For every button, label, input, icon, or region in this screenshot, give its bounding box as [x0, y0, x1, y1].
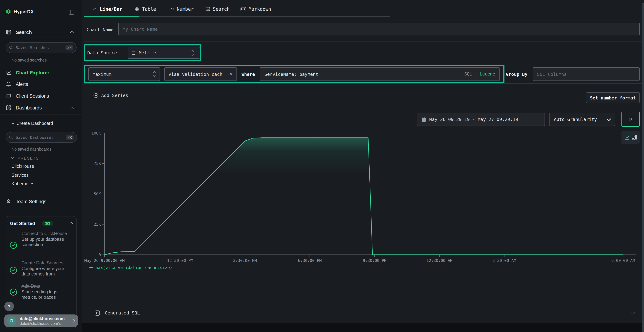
step-title: Add Data	[22, 283, 73, 289]
data-source-select[interactable]: Metrics	[128, 47, 200, 59]
date-range-value: May 26 09:29:19 - May 27 09:29:19	[429, 117, 518, 122]
get-started-item[interactable]: Add Data Start sending logs, metrics, or…	[22, 283, 73, 300]
sidebar-item-chart-explorer[interactable]: Chart Explorer	[0, 67, 82, 78]
chevron-down-icon	[630, 310, 635, 314]
svg-text:9:00:00 AM: 9:00:00 AM	[611, 258, 635, 263]
sidebar-item-dashboards-label: Dashboards	[16, 105, 42, 110]
collapse-sidebar-icon[interactable]	[69, 9, 74, 15]
add-series-button[interactable]: Add Series	[94, 93, 128, 98]
tab-label: Line/Bar	[100, 6, 122, 12]
set-number-format-label: Set number format	[590, 95, 636, 100]
granularity-value: Auto Granularity	[554, 117, 597, 122]
get-started-card: Get Started 3/3 Connect to ClickHouse Se…	[6, 216, 76, 328]
tab-search[interactable]: Search	[205, 4, 230, 14]
sidebar-item-alerts[interactable]: Alerts	[0, 79, 82, 90]
vertical-scrollbar[interactable]	[642, 3, 644, 332]
active-tab-indicator	[84, 16, 139, 17]
database-icon	[131, 50, 136, 55]
svg-text:12:30:00 PM: 12:30:00 PM	[167, 258, 193, 263]
tab-markdown[interactable]: Markdown	[240, 4, 271, 14]
metric-tag-value: visa_validation_cach	[168, 71, 222, 77]
get-started-item[interactable]: Create Data Sources Configure where your…	[22, 260, 73, 277]
chevron-up-icon	[70, 31, 74, 35]
divider	[84, 83, 642, 84]
user-menu[interactable]: D dale@clickhouse.com dale@clickhouse.co…	[4, 314, 78, 327]
app-title[interactable]: HyperDX	[14, 9, 34, 14]
svg-text:0: 0	[98, 252, 101, 257]
preset-kubernetes[interactable]: Kubernetes	[12, 182, 34, 186]
add-series-label: Add Series	[101, 93, 128, 98]
step-subtitle: Configure where your data comes from	[22, 266, 73, 277]
code-icon	[94, 310, 100, 316]
sidebar-section-search-label: Search	[16, 30, 32, 35]
aggregation-value: Maximum	[93, 71, 112, 77]
team-settings-label: Team Settings	[16, 199, 46, 204]
tab-line-bar[interactable]: Line/Bar	[92, 4, 122, 14]
tab-label: Table	[142, 6, 156, 12]
presets-toggle[interactable]: PRESETS	[0, 154, 82, 162]
where-input[interactable]: ServiceName: payment SQL | Lucene	[260, 67, 500, 81]
sidebar-item-client-sessions[interactable]: Client Sessions	[0, 90, 82, 101]
sidebar-item-chart-explorer-label: Chart Explorer	[16, 70, 49, 75]
chart-name-input[interactable]: My Chart Name	[118, 23, 640, 36]
svg-text:75K: 75K	[94, 161, 101, 166]
sidebar-item-team-settings[interactable]: ⚙ Team Settings	[0, 196, 82, 207]
close-icon[interactable]: ×	[230, 71, 232, 77]
step-title: Connect to ClickHouse	[22, 231, 73, 237]
page-background	[82, 323, 644, 332]
chart-type-tabbar: Line/Bar Table 123 Number Search Markdow…	[82, 0, 644, 18]
set-number-format-button[interactable]: Set number format	[586, 92, 640, 103]
user-email: dale@clickhouse.com	[20, 316, 72, 321]
lucene-mode-toggle[interactable]: Lucene	[480, 72, 495, 76]
divider	[84, 64, 642, 64]
divider	[84, 41, 642, 42]
check-circle-icon	[10, 266, 17, 274]
saved-dashboards-input[interactable]: Saved Dashboards ⌘K	[6, 132, 77, 143]
no-saved-dashboards-note: No saved dashboards	[12, 147, 52, 151]
chart-explorer-icon	[6, 70, 12, 76]
chevron-up-icon	[70, 106, 74, 110]
line-chart-icon	[92, 6, 97, 12]
group-by-placeholder: SQL Columns	[537, 71, 567, 77]
timeseries-chart[interactable]: 025K50K75K100KMay 26 9:00:00 AM12:30:00 …	[82, 122, 644, 265]
tab-label: Number	[177, 6, 194, 12]
aggregation-select[interactable]: Maximum	[88, 67, 160, 81]
sql-mode-toggle[interactable]: SQL	[464, 72, 472, 76]
svg-text:50K: 50K	[94, 192, 101, 196]
chart-name-placeholder: My Chart Name	[123, 26, 158, 32]
sidebar-item-dashboards[interactable]: Dashboards	[0, 102, 82, 113]
tab-label: Search	[213, 6, 230, 12]
metric-field-tag[interactable]: visa_validation_cach ×	[164, 67, 237, 81]
data-source-label: Data Source	[87, 50, 117, 56]
select-chevrons-icon	[191, 50, 193, 55]
chevron-right-icon	[71, 319, 75, 323]
chevron-down-icon	[11, 156, 14, 159]
main-content: Line/Bar Table 123 Number Search Markdow…	[82, 0, 644, 332]
tab-number[interactable]: 123 Number	[168, 4, 194, 14]
generated-sql-toggle[interactable]: Generated SQL	[82, 303, 644, 323]
chevron-up-icon[interactable]	[69, 222, 73, 226]
svg-text:9:30:00 PM: 9:30:00 PM	[363, 258, 386, 263]
shortcut-badge: ⌘K	[66, 45, 73, 50]
preset-services[interactable]: Services	[12, 173, 28, 178]
group-by-input[interactable]: SQL Columns	[533, 67, 640, 81]
get-started-item[interactable]: Connect to ClickHouse Set up your databa…	[22, 231, 73, 248]
search-section-icon	[6, 29, 12, 35]
group-by-label: Group By	[506, 72, 527, 77]
tab-table[interactable]: Table	[134, 4, 156, 14]
chart-legend: max(visa_validation_cache.size)	[90, 265, 172, 270]
where-value: ServiceName: payment	[264, 71, 318, 77]
create-dashboard-button[interactable]: + Create Dashboard	[0, 118, 82, 129]
help-button[interactable]: ?	[4, 302, 14, 311]
sidebar-section-search[interactable]: Search	[0, 27, 82, 38]
avatar-initial: D	[10, 318, 13, 323]
search-icon	[9, 135, 13, 140]
legend-line-swatch	[90, 267, 94, 268]
preset-clickhouse[interactable]: ClickHouse	[12, 164, 34, 169]
play-icon	[628, 117, 633, 122]
hyperdx-logo-icon[interactable]	[6, 9, 11, 14]
circle-plus-icon	[94, 93, 98, 98]
step-subtitle: Set up your database connection	[22, 237, 73, 248]
saved-searches-input[interactable]: Saved Searches ⌘K	[6, 42, 76, 53]
create-dashboard-label: Create Dashboard	[16, 121, 53, 126]
